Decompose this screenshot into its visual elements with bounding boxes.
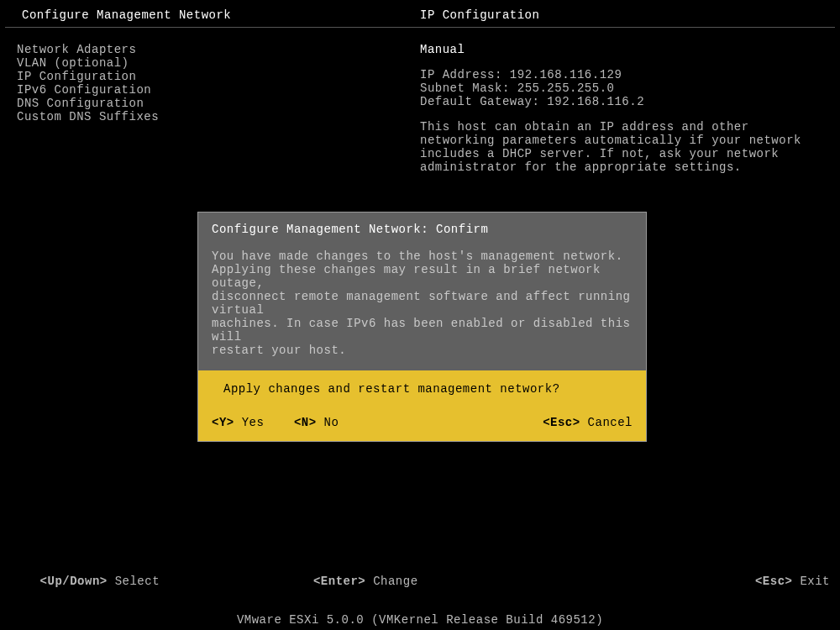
footer-center: <Enter> Change (283, 561, 556, 601)
dialog-actions: <Y> Yes <N> No <Esc> Cancel (198, 407, 646, 441)
dialog-actions-right: <Esc> Cancel (543, 416, 633, 429)
confirm-dialog: Configure Management Network: Confirm Yo… (197, 212, 647, 442)
menu-item-ip-config[interactable]: IP Configuration (17, 70, 420, 83)
dialog-actions-left: <Y> Yes <N> No (212, 416, 543, 429)
footer-right: <Esc> Exit (557, 561, 830, 601)
footer-center-key: <Enter> (313, 575, 365, 588)
ip-row: IP Address: 192.168.116.129 (420, 68, 823, 81)
ip-label: IP Address: (420, 68, 502, 81)
no-label: No (324, 416, 339, 429)
gw-value: 192.168.116.2 (547, 95, 644, 108)
version-bar: VMware ESXi 5.0.0 (VMKernel Release Buil… (0, 613, 840, 627)
ip-block: IP Address: 192.168.116.129 Subnet Mask:… (420, 68, 823, 108)
footer-left: <Up/Down> Select (10, 561, 283, 601)
dialog-prompt: Apply changes and restart management net… (198, 370, 646, 407)
menu-item-dns-config[interactable]: DNS Configuration (17, 97, 420, 110)
gw-row: Default Gateway: 192.168.116.2 (420, 95, 823, 108)
yes-button[interactable]: <Y> Yes (212, 416, 264, 429)
header-bar: Configure Management Network IP Configur… (5, 0, 835, 28)
menu-item-network-adapters[interactable]: Network Adapters (17, 43, 420, 56)
menu-item-vlan[interactable]: VLAN (optional) (17, 56, 420, 70)
yes-key: <Y> (212, 416, 234, 429)
ip-value: 192.168.116.129 (510, 68, 622, 81)
cancel-button[interactable]: <Esc> Cancel (543, 416, 633, 429)
dialog-body-text: You have made changes to the host's mana… (212, 249, 633, 357)
footer-left-key: <Up/Down> (40, 575, 108, 588)
dialog-header: Configure Management Network: Confirm (198, 213, 646, 243)
main-area: Network Adapters VLAN (optional) IP Conf… (0, 28, 840, 189)
cancel-label: Cancel (588, 416, 633, 429)
footer-left-label: Select (115, 575, 160, 588)
yes-label: Yes (242, 416, 265, 429)
config-mode: Manual (420, 43, 823, 56)
footer-center-label: Change (373, 575, 417, 588)
footer-right-label: Exit (800, 575, 830, 588)
footer-right-key: <Esc> (755, 575, 793, 588)
menu-panel: Network Adapters VLAN (optional) IP Conf… (17, 43, 420, 174)
cancel-key: <Esc> (543, 416, 580, 429)
dialog-title: Configure Management Network: Confirm (212, 223, 633, 236)
no-button[interactable]: <N> No (294, 416, 339, 429)
header-left-title: Configure Management Network (22, 8, 420, 22)
dialog-body: You have made changes to the host's mana… (198, 243, 646, 370)
menu-item-ipv6-config[interactable]: IPv6 Configuration (17, 83, 420, 97)
config-description: This host can obtain an IP address and o… (420, 120, 823, 174)
mask-row: Subnet Mask: 255.255.255.0 (420, 81, 823, 95)
mask-label: Subnet Mask: (420, 81, 510, 95)
header-right-title: IP Configuration (420, 8, 818, 22)
no-key: <N> (294, 416, 317, 429)
gw-label: Default Gateway: (420, 95, 539, 108)
menu-item-custom-dns[interactable]: Custom DNS Suffixes (17, 110, 420, 123)
footer-bar: <Up/Down> Select <Enter> Change <Esc> Ex… (0, 558, 840, 605)
detail-panel: Manual IP Address: 192.168.116.129 Subne… (420, 43, 823, 174)
mask-value: 255.255.255.0 (517, 81, 615, 95)
